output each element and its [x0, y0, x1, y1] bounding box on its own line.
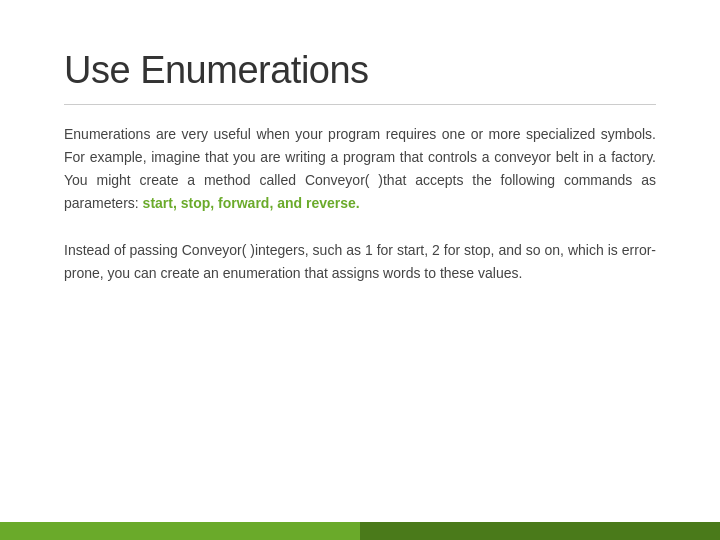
title-section: Use Enumerations: [64, 48, 656, 105]
paragraph-1: Enumerations are very useful when your p…: [64, 123, 656, 215]
slide-title: Use Enumerations: [64, 48, 656, 94]
paragraph-2: Instead of passing Conveyor( )integers, …: [64, 239, 656, 285]
bottom-bar-segment-2: [360, 522, 720, 540]
content-section: Enumerations are very useful when your p…: [64, 123, 656, 286]
bottom-bar-segment-1: [0, 522, 360, 540]
bottom-bar: [0, 522, 720, 540]
title-divider: [64, 104, 656, 105]
paragraph-1-highlight: start, stop, forward, and reverse.: [143, 195, 360, 211]
slide-container: Use Enumerations Enumerations are very u…: [0, 0, 720, 540]
paragraph-2-text: Instead of passing Conveyor( )integers, …: [64, 242, 656, 281]
